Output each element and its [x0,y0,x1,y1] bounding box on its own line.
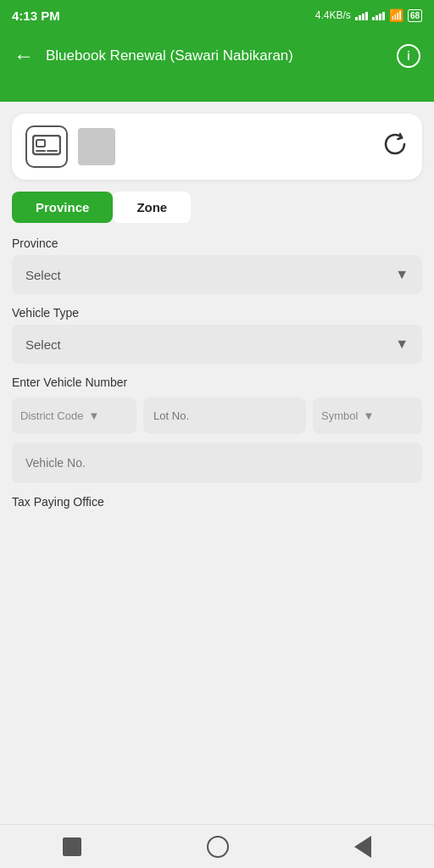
vehicle-inputs-row: District Code ▼ Symbol ▼ [12,398,422,434]
vehicle-number-section: Enter Vehicle Number District Code ▼ Sym… [12,376,422,483]
tax-office-label: Tax Paying Office [12,495,422,512]
battery-icon: 68 [408,9,422,22]
symbol-select[interactable]: Symbol ▼ [313,398,422,434]
district-code-select[interactable]: District Code ▼ [12,398,136,434]
vehicle-type-label: Vehicle Type [12,306,422,320]
vehicle-type-section: Vehicle Type Select ▼ [12,306,422,364]
signal-icon-2 [372,10,385,20]
back-button[interactable]: ← [14,46,34,66]
province-chevron-icon: ▼ [395,267,409,282]
vehicle-type-select-text: Select [25,337,61,352]
province-select-text: Select [25,268,61,282]
lot-no-input[interactable] [143,398,306,434]
nav-recents-button[interactable] [207,836,229,858]
scanner-left [25,125,115,168]
symbol-label: Symbol [321,409,358,422]
signal-icon-1 [355,10,368,20]
status-bar: 4:13 PM 4.4KB/s 📶 68 [0,0,434,31]
symbol-chevron-icon: ▼ [363,409,374,422]
province-section: Province Select ▼ [12,236,422,294]
svg-rect-1 [36,140,45,147]
province-label: Province [12,236,422,250]
vehicle-no-input[interactable] [12,442,422,483]
vehicle-number-label: Enter Vehicle Number [12,376,422,389]
green-curve [0,81,434,102]
status-icons: 4.4KB/s 📶 68 [315,8,422,22]
app-bar: ← Bluebook Renewal (Sawari Nabikaran) i [0,31,434,81]
district-code-label: District Code [20,409,83,422]
network-speed: 4.4KB/s [315,9,351,21]
scanner-icon[interactable] [25,125,68,168]
bottom-nav [0,824,434,868]
refresh-button[interactable] [381,131,409,164]
tab-zone[interactable]: Zone [113,192,191,223]
info-button[interactable]: i [397,44,420,68]
app-title: Bluebook Renewal (Sawari Nabikaran) [46,47,385,65]
vehicle-type-select[interactable]: Select ▼ [12,325,422,364]
content-wrapper: Province Zone Province Select ▼ Vehicle … [0,102,434,580]
tab-province[interactable]: Province [12,192,113,223]
province-select[interactable]: Select ▼ [12,255,422,294]
scanner-card [12,114,422,180]
nav-back-button[interactable] [354,836,371,858]
nav-home-button[interactable] [63,837,81,856]
vehicle-type-chevron-icon: ▼ [395,337,409,352]
wifi-icon: 📶 [389,8,403,22]
scanner-placeholder [78,128,115,165]
district-code-chevron-icon: ▼ [88,409,99,422]
status-time: 4:13 PM [12,8,60,23]
tabs-row: Province Zone [12,192,422,223]
